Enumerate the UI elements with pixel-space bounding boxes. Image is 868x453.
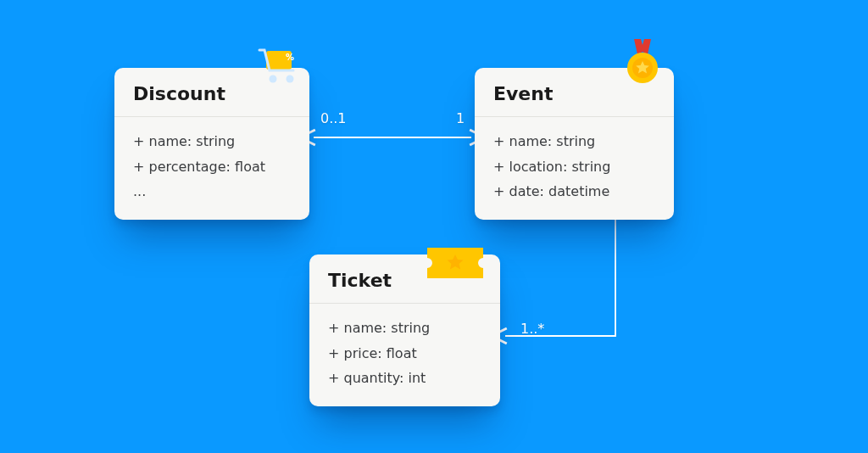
assoc-ticket-event	[505, 217, 615, 336]
attribute: + name: string	[328, 316, 481, 341]
class-attributes: + name: string + percentage: float ...	[114, 117, 309, 220]
class-attributes: + name: string + location: string + date…	[475, 117, 674, 220]
ticket-icon	[424, 243, 487, 283]
attribute: ...	[133, 179, 291, 204]
class-attributes: + name: string + price: float + quantity…	[309, 304, 500, 406]
attribute: + date: datetime	[493, 179, 655, 204]
class-discount: Discount + name: string + percentage: fl…	[114, 68, 309, 220]
attribute: + name: string	[493, 129, 655, 154]
attribute: + name: string	[133, 129, 291, 154]
attribute: + price: float	[328, 341, 481, 366]
svg-point-2	[270, 76, 277, 83]
svg-text:%: %	[286, 53, 294, 62]
multiplicity-ticket: 1..*	[520, 321, 544, 337]
cart-icon: %	[254, 47, 305, 85]
multiplicity-event-top: 1	[456, 110, 465, 126]
attribute: + quantity: int	[328, 366, 481, 391]
attribute: + location: string	[493, 154, 655, 180]
medal-icon	[619, 39, 666, 87]
class-event: Event + name: string + location: string …	[475, 68, 674, 220]
svg-point-3	[287, 76, 294, 83]
attribute: + percentage: float	[133, 154, 291, 180]
multiplicity-discount: 0..1	[320, 110, 347, 126]
uml-diagram: 0..1 1 1 1..* Discount + name: string + …	[0, 0, 868, 453]
